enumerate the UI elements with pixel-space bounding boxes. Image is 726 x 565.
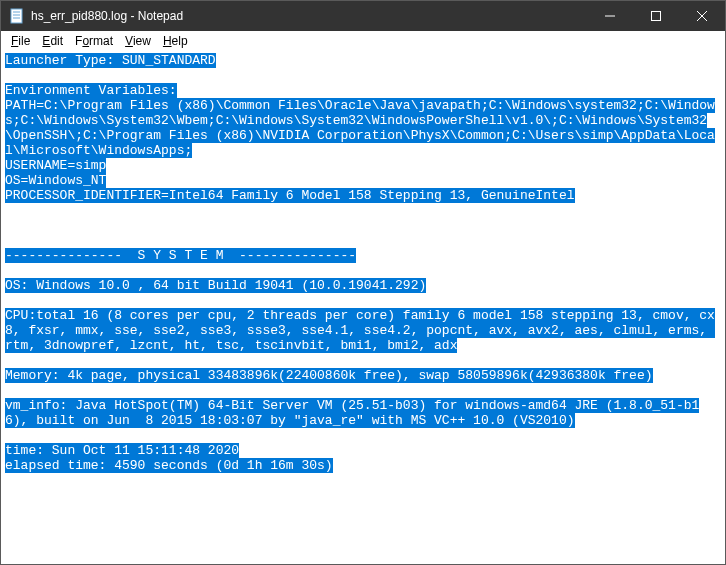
menu-file[interactable]: File — [5, 32, 36, 50]
sel-memory-line: Memory: 4k page, physical 33483896k(2240… — [5, 368, 653, 383]
menu-bar: File Edit Format View Help — [1, 31, 725, 51]
window-title: hs_err_pid880.log - Notepad — [31, 9, 587, 23]
menu-view[interactable]: View — [119, 32, 157, 50]
window-controls — [587, 1, 725, 31]
close-button[interactable] — [679, 1, 725, 31]
sel-cpu-line: CPU:total 16 (8 cores per cpu, 2 threads… — [5, 308, 715, 353]
sel-path: PATH=C:\Program Files (x86)\Common Files… — [5, 98, 715, 158]
svg-rect-5 — [652, 12, 661, 21]
sel-os-env: OS=Windows_NT — [5, 173, 106, 188]
notepad-window: hs_err_pid880.log - Notepad File Edit Fo… — [0, 0, 726, 565]
menu-edit[interactable]: Edit — [36, 32, 69, 50]
notepad-icon — [9, 8, 25, 24]
sel-system-sep: --------------- S Y S T E M ------------… — [5, 248, 356, 263]
menu-format[interactable]: Format — [69, 32, 119, 50]
minimize-button[interactable] — [587, 1, 633, 31]
sel-processor: PROCESSOR_IDENTIFIER=Intel64 Family 6 Mo… — [5, 188, 575, 203]
sel-launcher-type: Launcher Type: SUN_STANDARD — [5, 53, 216, 68]
sel-vm-info: vm_info: Java HotSpot(TM) 64-Bit Server … — [5, 398, 699, 428]
sel-username: USERNAME=simp — [5, 158, 106, 173]
sel-env-header: Environment Variables: — [5, 83, 177, 98]
svg-rect-0 — [11, 9, 22, 23]
maximize-button[interactable] — [633, 1, 679, 31]
sel-time-line: time: Sun Oct 11 15:11:48 2020 — [5, 443, 239, 458]
sel-os-line: OS: Windows 10.0 , 64 bit Build 19041 (1… — [5, 278, 426, 293]
text-area[interactable]: Launcher Type: SUN_STANDARD Environment … — [1, 51, 725, 564]
title-bar[interactable]: hs_err_pid880.log - Notepad — [1, 1, 725, 31]
menu-help[interactable]: Help — [157, 32, 194, 50]
sel-elapsed-line: elapsed time: 4590 seconds (0d 1h 16m 30… — [5, 458, 333, 473]
